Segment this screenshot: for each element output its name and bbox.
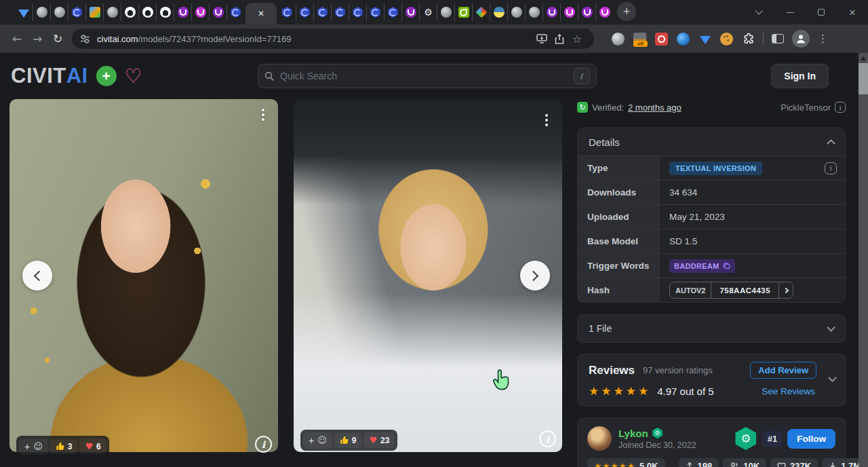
tab-civitai[interactable] (226, 3, 244, 21)
add-reaction-button[interactable]: +☺ (19, 438, 48, 455)
reload-button[interactable]: ↻ (47, 29, 68, 49)
quick-search-input[interactable]: Quick Search / (258, 64, 597, 88)
detail-row-base-model: Base Model SD 1.5 (578, 229, 845, 253)
support-heart-icon[interactable]: ♡ (125, 67, 142, 86)
tab-globe[interactable] (50, 3, 68, 21)
creator-rating-chip[interactable]: ★★★★★ 5.0K (587, 458, 665, 467)
image-1-info-button[interactable] (255, 436, 272, 453)
image-2-menu-icon[interactable] (545, 114, 548, 126)
tab-civitai[interactable] (278, 3, 296, 21)
tab-close-icon[interactable]: ✕ (258, 9, 264, 18)
tab-globe[interactable] (103, 3, 121, 21)
tab-ultra-magenta[interactable] (595, 3, 613, 21)
add-reaction-button[interactable]: +☺ (303, 432, 332, 449)
close-window-button[interactable]: ✕ (837, 0, 868, 24)
site-settings-icon[interactable] (80, 34, 90, 44)
tab-civitai[interactable] (366, 3, 384, 21)
scrollbar-up-arrow[interactable] (861, 56, 866, 60)
tab-active[interactable]: ✕ (245, 3, 277, 24)
add-review-button[interactable]: Add Review (750, 362, 816, 379)
tab-python[interactable] (490, 3, 507, 21)
tab-globe[interactable] (33, 3, 50, 21)
carousel-next-button[interactable] (520, 261, 550, 291)
creator-name-link[interactable]: Lykon (618, 428, 648, 439)
tab-globe[interactable] (525, 3, 542, 21)
tab-civitai[interactable] (349, 3, 366, 21)
carousel-prev-button[interactable] (22, 261, 52, 291)
details-header[interactable]: Details (578, 128, 845, 155)
minimize-button[interactable] (774, 0, 806, 24)
extension-earth-icon[interactable] (677, 33, 690, 45)
copy-icon[interactable] (723, 262, 730, 269)
address-bar[interactable]: civitai.com /models/72437?modelVersionId… (72, 29, 594, 49)
scrollbar-thumb[interactable] (859, 63, 868, 94)
globe-icon (529, 7, 540, 18)
creator-avatar[interactable] (587, 426, 612, 451)
see-reviews-link[interactable]: See Reviews (762, 386, 815, 396)
verified-time-link[interactable]: 2 months ago (628, 102, 682, 113)
creator-rank-badge-icon[interactable]: ⚙ (734, 427, 757, 450)
follow-button[interactable]: Follow (787, 429, 835, 449)
tab-civitai[interactable] (296, 3, 313, 21)
browser-menu-icon[interactable]: ⋮ (818, 33, 828, 45)
tab-prism[interactable] (472, 3, 490, 21)
sign-in-button[interactable]: Sign In (771, 64, 829, 88)
extension-globe-icon[interactable] (612, 33, 625, 45)
tab-globe[interactable] (507, 3, 525, 21)
trigger-word-badge[interactable]: BADDREAM (669, 259, 735, 273)
browser-profile-avatar[interactable] (792, 30, 810, 48)
tab-civitai[interactable] (331, 3, 349, 21)
tab-ultra-magenta[interactable] (560, 3, 578, 21)
extension-forest-icon[interactable]: off (633, 33, 646, 45)
extension-red-o-icon[interactable] (655, 33, 668, 45)
creator-followers-chip[interactable]: 10K (723, 458, 766, 467)
verified-shield-icon: ↻ (577, 102, 588, 113)
tab-search-button[interactable] (743, 0, 774, 24)
share-icon[interactable] (551, 34, 568, 44)
extension-gem-icon[interactable] (698, 33, 711, 45)
files-header[interactable]: 1 File (578, 315, 845, 342)
format-info-icon[interactable] (835, 102, 846, 113)
heart-reaction[interactable]: ♥ 23 (363, 432, 395, 448)
tab-civitai[interactable] (313, 3, 331, 21)
create-plus-button[interactable]: + (96, 66, 117, 86)
bookmark-star-icon[interactable]: ☆ (568, 33, 586, 45)
tab-store[interactable] (85, 3, 103, 21)
image-1-menu-icon[interactable] (262, 109, 264, 121)
back-button[interactable]: ← (7, 29, 27, 49)
thumbs-up-reaction[interactable]: 9 (334, 433, 362, 448)
tab-civitai[interactable] (68, 3, 85, 21)
hash-expand-button[interactable] (778, 282, 793, 298)
tab-ultra-purple[interactable] (401, 3, 419, 21)
extensions-puzzle-icon[interactable] (742, 33, 755, 45)
side-panel-icon[interactable] (772, 34, 784, 43)
tab-ultra-purple[interactable] (578, 3, 595, 21)
heart-reaction[interactable]: ♥ 6 (79, 438, 106, 454)
forward-button[interactable]: → (27, 29, 47, 49)
extension-cookie-icon[interactable] (720, 33, 733, 45)
tab-github[interactable] (156, 3, 174, 21)
thumbs-up-reaction[interactable]: 3 (50, 439, 78, 454)
tab-gem[interactable] (15, 3, 33, 21)
hash-widget[interactable]: AUTOV2 758AAC4435 (669, 282, 793, 299)
page-scrollbar[interactable] (859, 53, 868, 467)
send-to-device-icon[interactable] (533, 34, 551, 43)
details-title: Details (589, 136, 620, 148)
tab-ultra-purple[interactable] (174, 3, 191, 21)
tab-nvidia[interactable] (454, 3, 472, 21)
creator-likes-chip[interactable]: 237K (770, 458, 818, 467)
tab-ultra-purple[interactable] (542, 3, 560, 21)
tab-ultra-purple[interactable] (209, 3, 226, 21)
tab-civitai[interactable] (384, 3, 401, 21)
restore-button[interactable] (806, 0, 837, 24)
tab-github[interactable] (138, 3, 156, 21)
type-info-icon[interactable] (825, 162, 837, 174)
tab-globe[interactable] (437, 3, 454, 21)
creator-uploads-chip[interactable]: 198 (679, 458, 719, 467)
new-tab-button[interactable]: + (617, 2, 636, 21)
tab-gear[interactable] (419, 3, 437, 21)
image-2-info-button[interactable] (539, 430, 556, 447)
tab-github[interactable] (121, 3, 138, 21)
civitai-logo[interactable]: CIVIT AI (11, 64, 88, 88)
tab-ultra-magenta[interactable] (191, 3, 209, 21)
